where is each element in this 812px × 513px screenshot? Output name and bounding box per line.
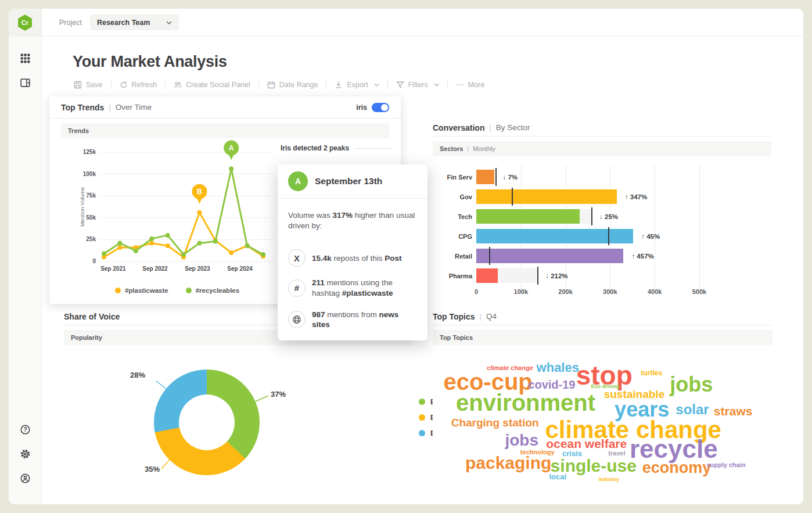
peak-badge-a: A — [288, 171, 308, 191]
bar — [476, 268, 498, 283]
popup-header: A September 13th — [278, 164, 427, 199]
toolbar-refresh-button[interactable]: Refresh — [120, 81, 157, 89]
bar-category-label: Gov — [433, 193, 472, 200]
cloud-word[interactable]: solar — [676, 403, 709, 417]
download-icon — [335, 81, 343, 89]
cloud-word[interactable]: recycle — [630, 436, 718, 462]
apps-menu-button[interactable] — [17, 51, 33, 66]
donut-percent-label: 28% — [119, 371, 145, 379]
toolbar-more-button[interactable]: More — [456, 81, 484, 89]
collapse-panel-button[interactable] — [17, 75, 33, 90]
data-point — [102, 251, 106, 256]
cloud-word[interactable]: whales — [537, 361, 579, 374]
data-point — [149, 236, 154, 241]
more-icon — [456, 81, 464, 89]
cloud-word[interactable]: Charging station — [451, 417, 539, 428]
cloud-word[interactable]: straws — [714, 405, 753, 417]
bar-row-retail[interactable]: Retail↑ 457% — [433, 249, 771, 263]
cloud-word[interactable]: travel — [608, 450, 625, 456]
data-point — [229, 167, 233, 171]
legend-dot — [419, 430, 425, 436]
peak-marker-b[interactable]: B — [192, 184, 207, 204]
svg-text:Sep 2022: Sep 2022 — [142, 266, 168, 272]
popularity-donut-chart[interactable] — [154, 369, 260, 475]
filter-icon — [396, 81, 404, 89]
card-title: Conversation — [433, 123, 484, 132]
benchmark-marker — [512, 188, 513, 206]
legend-item: #plasticwaste — [115, 287, 168, 294]
bar-row-fin-serv[interactable]: Fin Serv↓ 7% — [433, 170, 771, 184]
cloud-word[interactable]: turtles — [641, 369, 663, 376]
card-subtitle: Over Time — [116, 103, 152, 112]
conversation-header: Conversation | By Sector — [433, 119, 771, 137]
data-point — [166, 233, 170, 238]
brand-logo[interactable]: Cr — [9, 9, 42, 37]
hexagon-logo-icon: Cr — [16, 14, 34, 31]
trends-line-chart[interactable]: Mention Volume025k50k75k100k125kSep 2021… — [78, 130, 276, 285]
page-title: Your Market Analysis — [73, 53, 227, 71]
settings-button[interactable] — [17, 446, 33, 461]
toolbar-filters-button[interactable]: Filters — [396, 81, 439, 89]
toolbar-create-social-panel-button[interactable]: Create Social Panel — [174, 81, 250, 89]
iris-toggle[interactable] — [372, 103, 389, 112]
bar-row-gov[interactable]: Gov↑ 347% — [433, 189, 771, 204]
cloud-word[interactable]: jobs — [670, 374, 713, 395]
benchmark-marker — [608, 227, 609, 245]
bar-row-pharma[interactable]: Pharma↓ 212% — [433, 268, 771, 283]
project-selector[interactable]: Research Team — [90, 15, 179, 30]
x-axis-tick: 400k — [648, 288, 662, 295]
svg-text:125k: 125k — [83, 149, 96, 155]
toolbar-save-button[interactable]: Save — [74, 81, 103, 89]
help-button[interactable]: ? — [17, 422, 33, 437]
card-title: Top Topics — [433, 312, 475, 321]
insight-item: X15.4k reposts of this Post — [288, 249, 417, 267]
cloud-word[interactable]: ocean welfare — [546, 437, 627, 450]
toolbar-export-button[interactable]: Export — [335, 81, 379, 89]
peak-marker-a[interactable]: A — [224, 141, 239, 160]
toolbar-separator — [447, 81, 448, 89]
account-button[interactable] — [17, 471, 33, 486]
grid-icon — [20, 53, 31, 64]
hashtag-icon: # — [294, 282, 299, 294]
toolbar-separator — [258, 81, 259, 89]
cloud-word[interactable]: supply chain — [706, 461, 745, 468]
globe-badge — [288, 311, 306, 328]
app-window: Cr Project Research Team — [9, 9, 803, 504]
insight-item: #211 mentions using the hashtag #plastic… — [288, 278, 417, 298]
cloud-word[interactable]: industry — [598, 476, 619, 482]
toggle-knob — [381, 104, 388, 111]
legend-dot — [186, 288, 192, 293]
save-icon — [74, 81, 82, 89]
cloud-word[interactable]: local — [549, 472, 566, 480]
data-point — [197, 241, 202, 245]
conversation-card: Conversation | By Sector Sectors | Month… — [433, 119, 771, 311]
peak-insight-popup: A September 13th Volume was 317% higher … — [278, 164, 427, 340]
bar-row-cpg[interactable]: CPG↑ 45% — [433, 229, 771, 243]
change-label: ↓ 212% — [545, 272, 567, 279]
bar-category-label: Retail — [433, 253, 472, 260]
x-axis: 0100k200k300k400k500k — [476, 288, 771, 300]
cloud-word[interactable]: environment — [456, 391, 595, 414]
donut-percent-label: 35% — [134, 465, 160, 473]
x-axis-tick: 100k — [514, 288, 528, 295]
insight-text: 211 mentions using the hashtag #plasticw… — [312, 278, 417, 298]
users-icon — [174, 81, 182, 89]
left-sidebar: ? — [9, 37, 42, 504]
insight-item: 987 mentions from news sites — [288, 310, 417, 330]
panel-icon — [20, 77, 31, 88]
data-point — [117, 241, 122, 245]
topics-header: Top Topics | Q4 — [433, 308, 773, 325]
popup-insight-list: X15.4k reposts of this Post#211 mentions… — [278, 235, 427, 340]
bar-row-tech[interactable]: Tech↓ 25% — [433, 209, 771, 224]
svg-text:100k: 100k — [83, 171, 96, 177]
cloud-word[interactable]: jobs — [505, 432, 538, 449]
bar — [476, 209, 580, 224]
cloud-word[interactable]: packaging — [465, 454, 551, 472]
popup-date: September 13th — [315, 176, 382, 186]
cloud-word[interactable]: covid-19 — [528, 379, 575, 390]
chevron-down-icon — [166, 21, 172, 24]
cloud-word[interactable]: economy — [642, 460, 712, 475]
bar-category-label: Fin Serv — [433, 174, 472, 181]
toolbar-date-range-button[interactable]: Date Range — [267, 81, 318, 89]
svg-text:Sep 2021: Sep 2021 — [100, 266, 126, 272]
